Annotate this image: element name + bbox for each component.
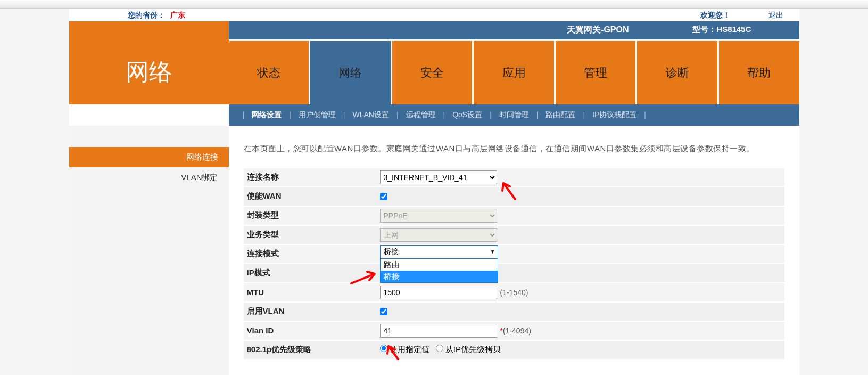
row-conn-name: 连接名称 3_INTERNET_B_VID_41 xyxy=(244,168,784,186)
sub-nav-separator: | xyxy=(578,111,589,119)
row-conn-mode: 连接模式 桥接 ▼ 路由 桥接 xyxy=(244,245,784,263)
sub-tab-0[interactable]: 网络设置 xyxy=(249,109,285,121)
main-tab-1[interactable]: 网络 xyxy=(310,41,392,104)
main-tab-5[interactable]: 诊断 xyxy=(637,41,719,104)
province-label: 您的省份： xyxy=(128,9,165,21)
sub-nav-separator: | xyxy=(532,111,543,119)
logout-link[interactable]: 退出 xyxy=(768,9,783,21)
label-vlan-id: Vlan ID xyxy=(244,326,380,335)
sub-tab-7[interactable]: IP协议栈配置 xyxy=(589,109,640,121)
label-encap: 封装类型 xyxy=(244,210,380,221)
radio-dot1p-copy-text: 从IP优先级拷贝 xyxy=(445,345,501,354)
gateway-name: 天翼网关-GPON xyxy=(567,25,629,36)
select-conn-name[interactable]: 3_INTERNET_B_VID_41 xyxy=(380,170,497,184)
dropdown-conn-mode[interactable]: 桥接 ▼ 路由 桥接 xyxy=(380,245,498,283)
label-conn-mode: 连接模式 xyxy=(244,249,380,259)
province-value: 广东 xyxy=(170,9,185,21)
input-mtu[interactable] xyxy=(380,286,497,299)
row-dot1p: 802.1p优先级策略 使用指定值 从IP优先级拷贝 xyxy=(244,341,784,359)
sub-nav-separator: | xyxy=(392,111,403,119)
body-row: 网络连接VLAN绑定 在本页面上，您可以配置WAN口参数。家庭网关通过WAN口与… xyxy=(69,126,799,375)
section-title: 网络 xyxy=(69,39,229,104)
page-description: 在本页面上，您可以配置WAN口参数。家庭网关通过WAN口与高层网络设备通信，在通… xyxy=(244,142,784,156)
sub-nav-separator: | xyxy=(640,111,650,119)
hint-vlan-id: (1-4094) xyxy=(500,327,531,335)
welcome-text: 欢迎您！ xyxy=(700,9,730,21)
sub-nav: |网络设置|用户侧管理|WLAN设置|远程管理|QoS设置|时间管理|路由配置|… xyxy=(229,104,799,126)
radio-dot1p-specified[interactable] xyxy=(380,345,387,352)
sub-nav-separator: | xyxy=(285,111,295,119)
sub-tab-1[interactable]: 用户侧管理 xyxy=(295,109,339,121)
sub-nav-separator: | xyxy=(339,111,350,119)
dropdown-conn-mode-value: 桥接 xyxy=(384,247,399,257)
row-service: 业务类型 上网 xyxy=(244,226,784,244)
radio-dot1p-copy-label[interactable]: 从IP优先级拷贝 xyxy=(436,345,501,355)
chevron-down-icon: ▼ xyxy=(490,249,495,255)
model-label-text: 型号： xyxy=(692,25,716,34)
select-encap[interactable]: PPPoE xyxy=(380,209,497,223)
main-tab-3[interactable]: 应用 xyxy=(474,41,556,104)
row-vlan-id: Vlan ID (1-4094) xyxy=(244,322,784,340)
label-mtu: MTU xyxy=(244,288,380,297)
main-tab-0[interactable]: 状态 xyxy=(229,41,311,104)
sub-tab-4[interactable]: QoS设置 xyxy=(449,109,485,121)
row-encap: 封装类型 PPPoE xyxy=(244,207,784,225)
dropdown-conn-mode-list: 路由 桥接 xyxy=(380,259,498,283)
label-enable-wan: 使能WAN xyxy=(244,191,380,201)
label-service: 业务类型 xyxy=(244,230,380,240)
sub-nav-separator: | xyxy=(439,111,450,119)
label-dot1p: 802.1p优先级策略 xyxy=(244,345,380,355)
sub-tab-3[interactable]: 远程管理 xyxy=(403,109,439,121)
top-bar: 您的省份： 广东 欢迎您！ 退出 xyxy=(69,9,799,21)
label-ip-mode: IP模式 xyxy=(244,268,380,278)
input-vlan-id[interactable] xyxy=(380,324,497,338)
main-tabs: 状态网络安全应用管理诊断帮助 xyxy=(229,39,799,104)
model-value: HS8145C xyxy=(716,25,751,34)
main-nav-row: 网络 状态网络安全应用管理诊断帮助 xyxy=(69,39,799,104)
main-tab-4[interactable]: 管理 xyxy=(556,41,638,104)
sub-nav-separator: | xyxy=(238,111,249,119)
hint-mtu: (1-1540) xyxy=(500,288,528,297)
sub-tab-6[interactable]: 路由配置 xyxy=(542,109,578,121)
row-enable-wan: 使能WAN xyxy=(244,188,784,206)
main-content: 在本页面上，您可以配置WAN口参数。家庭网关通过WAN口与高层网络设备通信，在通… xyxy=(229,126,799,375)
model-label: 型号：HS8145C xyxy=(692,25,751,35)
side-nav: 网络连接VLAN绑定 xyxy=(69,126,229,375)
label-conn-name: 连接名称 xyxy=(244,172,380,182)
sub-nav-separator: | xyxy=(485,111,496,119)
sub-tab-5[interactable]: 时间管理 xyxy=(496,109,532,121)
radio-dot1p-specified-text: 使用指定值 xyxy=(390,345,429,354)
dropdown-conn-mode-header[interactable]: 桥接 ▼ xyxy=(380,245,498,259)
radio-dot1p-specified-label[interactable]: 使用指定值 xyxy=(380,345,429,355)
main-tab-6[interactable]: 帮助 xyxy=(719,41,799,104)
row-enable-vlan: 启用VLAN xyxy=(244,303,784,321)
side-item-0[interactable]: 网络连接 xyxy=(69,147,229,167)
dropdown-option-route[interactable]: 路由 xyxy=(381,259,498,271)
model-bar: 天翼网关-GPON 型号：HS8145C xyxy=(69,21,799,39)
row-ip-mode: IP模式 xyxy=(244,264,784,282)
radio-dot1p-copy[interactable] xyxy=(436,345,443,352)
dropdown-option-bridge[interactable]: 桥接 xyxy=(381,271,498,282)
page-container: 您的省份： 广东 欢迎您！ 退出 天翼网关-GPON 型号：HS8145C 网络… xyxy=(69,9,799,375)
brand-orange-block xyxy=(69,21,229,39)
sub-tab-2[interactable]: WLAN设置 xyxy=(349,109,392,121)
label-enable-vlan: 启用VLAN xyxy=(244,306,380,316)
wan-form: 连接名称 3_INTERNET_B_VID_41 使能WAN 封装类型 xyxy=(244,168,784,359)
browser-chrome xyxy=(0,0,868,9)
select-service[interactable]: 上网 xyxy=(380,228,497,242)
checkbox-enable-wan[interactable] xyxy=(380,193,387,200)
row-mtu: MTU (1-1540) xyxy=(244,283,784,301)
side-item-1[interactable]: VLAN绑定 xyxy=(69,167,229,188)
checkbox-enable-vlan[interactable] xyxy=(380,308,387,315)
main-tab-2[interactable]: 安全 xyxy=(392,41,474,104)
